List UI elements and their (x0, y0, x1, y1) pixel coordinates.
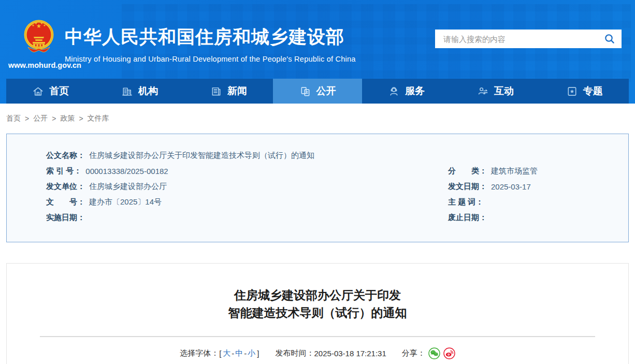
nav-tab-label: 互动 (494, 84, 514, 98)
meta-label: 索 引 号： (46, 166, 81, 176)
breadcrumb-document-library[interactable]: 文件库 (88, 114, 109, 123)
meta-value-issuing-unit: 住房城乡建设部办公厅 (89, 182, 167, 192)
publish-time-label: 发布时间： (276, 348, 314, 358)
meta-label: 公文名称： (46, 151, 85, 161)
interaction-icon (477, 85, 489, 97)
meta-row-index-category: 索 引 号： 000013338/2025-00182 分 类： 建筑市场监管 (7, 163, 628, 179)
meta-value-issue-date: 2025-03-17 (491, 182, 531, 191)
title-divider (40, 336, 595, 337)
nav-tab-home[interactable]: 首页 (6, 79, 95, 104)
site-title-block: 中华人民共和国住房和城乡建设部 Ministry of Housing and … (65, 25, 356, 63)
search-bar[interactable] (435, 30, 622, 48)
nav-tab-label: 专题 (583, 84, 603, 98)
publish-time-value: 2025-03-18 17:21:31 (314, 349, 386, 358)
disclosure-icon (299, 85, 311, 97)
site-header: ★ ★ ★ ★ ★ www.mohurd.gov.cn 中华人民共和国住房和城乡… (0, 0, 635, 104)
service-icon (388, 85, 400, 97)
weibo-share-button[interactable] (443, 347, 455, 359)
svg-text:★: ★ (35, 22, 37, 25)
breadcrumb-home[interactable]: 首页 (6, 114, 21, 123)
site-title-chinese: 中华人民共和国住房和城乡建设部 (65, 25, 356, 49)
meta-label: 实施日期： (46, 213, 85, 223)
topics-icon (566, 85, 578, 97)
meta-label: 发文日期： (448, 182, 487, 192)
nav-tab-label: 首页 (49, 84, 69, 98)
weibo-icon (443, 347, 455, 359)
nav-tab-label: 新闻 (227, 84, 247, 98)
organization-icon (121, 85, 133, 97)
meta-value-document-number: 建办市〔2025〕14号 (89, 197, 162, 207)
breadcrumb-separator: > (52, 114, 56, 123)
meta-row-effective-repeal: 实施日期： 废止日期： (7, 210, 628, 225)
wechat-share-button[interactable] (428, 347, 440, 359)
meta-label: 发文单位： (46, 182, 85, 192)
national-emblem-logo: ★ ★ ★ ★ ★ (23, 18, 55, 60)
nav-tab-label: 机构 (138, 84, 158, 98)
font-selector-open-bracket: [ (219, 349, 221, 358)
meta-label: 分 类： (448, 166, 487, 176)
breadcrumb-disclosure[interactable]: 公开 (33, 114, 48, 123)
breadcrumb-policy[interactable]: 政策 (60, 114, 75, 123)
news-icon (210, 85, 222, 97)
article-title-line2: 智能建造技术导则（试行）的通知 (7, 304, 628, 322)
site-title-english: Ministry of Housing and Urban-Rural Deve… (65, 55, 356, 63)
document-metadata-panel: 公文名称： 住房城乡建设部办公厅关于印发智能建造技术导则（试行）的通知 索 引 … (6, 134, 629, 242)
article-title-line1: 住房城乡建设部办公厅关于印发 (7, 286, 628, 304)
nav-tab-label: 公开 (316, 84, 336, 98)
share-label: 分享： (402, 348, 425, 358)
font-size-small-link[interactable]: 小 (248, 348, 255, 358)
nav-tab-organization[interactable]: 机构 (95, 79, 184, 104)
nav-tab-news[interactable]: 新闻 (184, 79, 273, 104)
meta-value-category: 建筑市场监管 (491, 166, 538, 176)
wechat-icon (428, 347, 440, 359)
meta-label: 主 题 词： (448, 197, 483, 207)
font-selector-separator: - (244, 349, 247, 358)
meta-value-document-title: 住房城乡建设部办公厅关于印发智能建造技术导则（试行）的通知 (89, 151, 314, 161)
nav-tab-disclosure[interactable]: 公开 (273, 79, 362, 104)
font-size-medium-link[interactable]: 中 (235, 348, 243, 358)
font-size-large-link[interactable]: 大 (223, 348, 230, 358)
meta-label: 文 号： (46, 197, 85, 207)
nav-tab-label: 服务 (405, 84, 425, 98)
breadcrumb: 首页 > 公开 > 政策 > 文件库 (6, 104, 629, 123)
meta-value-index-number: 000013338/2025-00182 (85, 167, 168, 176)
search-icon (604, 33, 615, 45)
breadcrumb-separator: > (25, 114, 29, 123)
nav-tab-service[interactable]: 服务 (362, 79, 451, 104)
nav-tab-topics[interactable]: 专题 (540, 79, 629, 104)
main-navigation: 首页 机构 新闻 (6, 79, 629, 104)
home-icon (32, 85, 44, 97)
site-url: www.mohurd.gov.cn (8, 61, 70, 69)
breadcrumb-separator: > (79, 114, 83, 123)
meta-row-docnumber-keywords: 文 号： 建办市〔2025〕14号 主 题 词： (7, 194, 628, 210)
search-button[interactable] (604, 33, 615, 45)
meta-label: 废止日期： (448, 213, 487, 223)
nav-tab-interaction[interactable]: 互动 (451, 79, 540, 104)
article-meta-bar: 选择字体： [ 大 - 中 - 小 ] 发布时间： 2025-03-18 17:… (7, 347, 628, 359)
article-title: 住房城乡建设部办公厅关于印发 智能建造技术导则（试行）的通知 (7, 286, 628, 322)
font-selector-close-bracket: ] (257, 349, 259, 358)
meta-row-issuer-date: 发文单位： 住房城乡建设部办公厅 发文日期： 2025-03-17 (7, 179, 628, 194)
article-panel: 住房城乡建设部办公厅关于印发 智能建造技术导则（试行）的通知 选择字体： [ 大… (6, 263, 629, 364)
search-input[interactable] (443, 35, 604, 43)
font-selector-separator: - (232, 349, 234, 358)
svg-text:★: ★ (43, 24, 46, 27)
meta-row-title: 公文名称： 住房城乡建设部办公厅关于印发智能建造技术导则（试行）的通知 (7, 148, 628, 163)
font-selector-label: 选择字体： (180, 348, 219, 358)
